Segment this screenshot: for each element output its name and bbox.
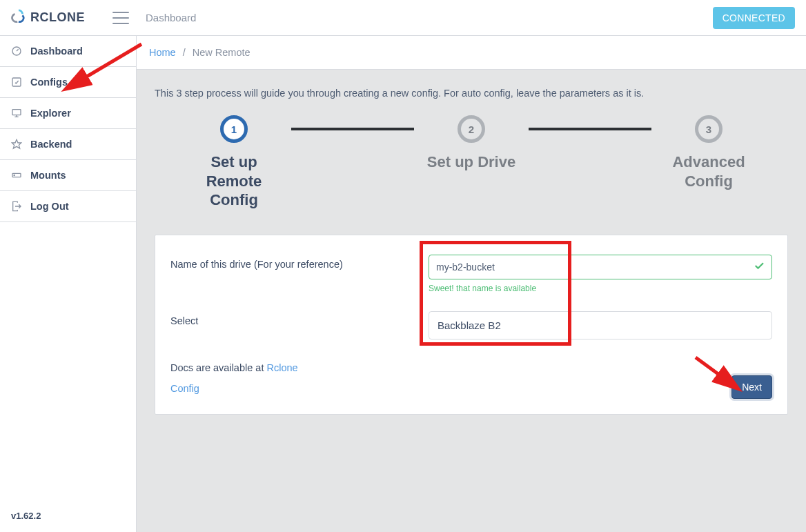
drive-name-label: Name of this drive (For your reference) xyxy=(170,255,429,270)
next-button[interactable]: Next xyxy=(731,375,772,399)
svg-marker-3 xyxy=(12,139,21,148)
sidebar-item-logout[interactable]: Log Out xyxy=(0,191,136,222)
sidebar-item-label: Dashboard xyxy=(30,46,83,57)
svg-rect-2 xyxy=(12,110,21,115)
sidebar-item-backend[interactable]: Backend xyxy=(0,129,136,160)
speedometer-icon xyxy=(11,46,22,57)
sidebar: Dashboard Configs Explorer Backend Mount… xyxy=(0,36,137,532)
drive-icon xyxy=(11,170,22,181)
step-3[interactable]: 3 Advanced Config xyxy=(657,115,760,190)
hamburger-icon[interactable] xyxy=(112,12,129,24)
step-title: Set up Remote Config xyxy=(182,152,286,210)
sidebar-item-label: Log Out xyxy=(30,201,69,212)
sidebar-item-label: Configs xyxy=(30,77,68,88)
sidebar-item-label: Explorer xyxy=(30,108,71,119)
sidebar-item-label: Backend xyxy=(30,139,72,150)
svg-point-5 xyxy=(14,175,14,175)
logout-icon xyxy=(11,201,22,212)
main-content: Home / New Remote This 3 step process wi… xyxy=(137,36,806,532)
breadcrumb: Home / New Remote xyxy=(137,36,806,70)
page-title: Dashboard xyxy=(146,12,713,23)
drive-name-input[interactable] xyxy=(429,255,772,279)
monitor-icon xyxy=(11,108,22,119)
svg-rect-1 xyxy=(12,78,21,86)
wizard-intro: This 3 step process will guide you throu… xyxy=(155,88,788,99)
brand-text: RCLONE xyxy=(30,10,85,25)
checkmark-icon xyxy=(753,259,765,275)
step-connector xyxy=(529,128,651,130)
logo-icon xyxy=(11,9,26,27)
breadcrumb-separator: / xyxy=(183,47,186,58)
step-number: 1 xyxy=(220,115,248,143)
name-availability-message: Sweet! that name is available xyxy=(429,284,772,293)
breadcrumb-home[interactable]: Home xyxy=(149,47,176,58)
sidebar-item-dashboard[interactable]: Dashboard xyxy=(0,36,136,67)
step-title: Advanced Config xyxy=(657,152,760,190)
form-card: Name of this drive (For your reference) … xyxy=(155,235,788,415)
step-2[interactable]: 2 Set up Drive xyxy=(420,115,523,172)
select-label: Select xyxy=(170,311,429,326)
step-connector xyxy=(291,128,414,130)
connection-status-button[interactable]: CONNECTED xyxy=(713,7,795,29)
edit-icon xyxy=(11,77,22,88)
brand-logo[interactable]: RCLONE xyxy=(11,9,85,27)
docs-text: Docs are available at Rclone Config xyxy=(170,357,308,400)
sidebar-item-configs[interactable]: Configs xyxy=(0,67,136,98)
star-icon xyxy=(11,139,22,150)
breadcrumb-current: New Remote xyxy=(193,47,250,58)
step-number: 3 xyxy=(695,115,723,143)
sidebar-item-mounts[interactable]: Mounts xyxy=(0,160,136,191)
step-title: Set up Drive xyxy=(427,152,515,172)
topbar: RCLONE Dashboard CONNECTED xyxy=(0,0,806,36)
version-label: v1.62.2 xyxy=(0,500,136,532)
step-number: 2 xyxy=(458,115,485,143)
sidebar-item-explorer[interactable]: Explorer xyxy=(0,98,136,129)
wizard-steps: 1 Set up Remote Config 2 Set up Drive 3 … xyxy=(155,115,788,235)
provider-select[interactable]: Backblaze B2 xyxy=(429,311,772,339)
step-1[interactable]: 1 Set up Remote Config xyxy=(182,115,286,210)
sidebar-item-label: Mounts xyxy=(30,170,66,181)
